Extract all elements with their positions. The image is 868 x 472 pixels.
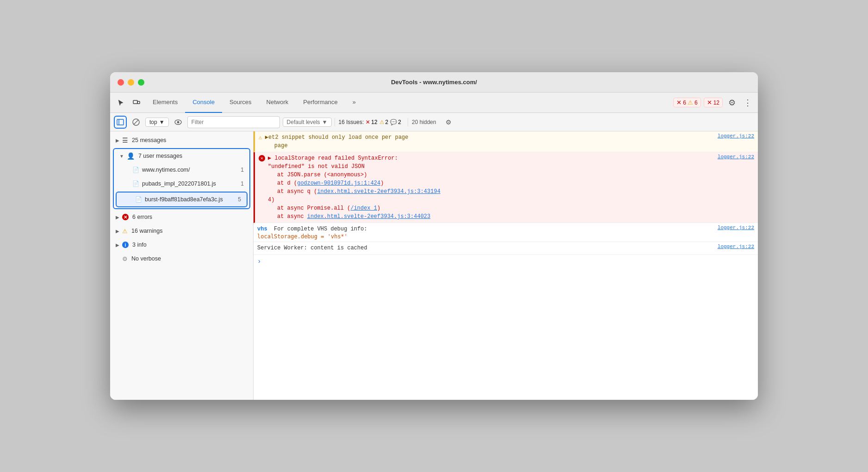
tab-sources[interactable]: Sources <box>222 93 259 113</box>
minimize-button[interactable] <box>128 79 134 86</box>
warnings-arrow-icon: ▶ <box>116 229 119 234</box>
file-icon: 📄 <box>132 167 139 173</box>
error-link-1[interactable]: godzown-9010971d.js:1:424 <box>297 180 380 186</box>
list-icon: ☰ <box>122 137 128 144</box>
levels-dropdown[interactable]: Default levels ▼ <box>283 118 332 127</box>
sidebar-messages-header[interactable]: ▶ ☰ 25 messages <box>110 133 253 147</box>
errors-arrow-icon: ▶ <box>116 215 119 220</box>
sidebar-verbose[interactable]: ▶ ⚙ No verbose <box>110 252 253 266</box>
svg-line-5 <box>134 120 138 124</box>
log-entry-vhs: vhs For complete VHS debug info: logger.… <box>254 223 758 242</box>
device-toggle-button[interactable] <box>130 96 143 110</box>
warning-continuation: page <box>265 142 754 150</box>
info-icon: i <box>122 242 129 248</box>
close-button[interactable] <box>118 79 124 86</box>
error-line-3: at d (godzown-9010971d.js:1:424) <box>268 179 754 187</box>
user-icon: 👤 <box>127 152 135 160</box>
file-icon-2: 📄 <box>132 180 139 187</box>
warning-icon: ⚠ <box>122 228 128 235</box>
eye-button[interactable] <box>172 116 185 129</box>
log-entry-error: ✕ ▶ localStorage read failed SyntaxError… <box>254 152 758 223</box>
error-icon: ✕ <box>122 214 129 221</box>
maximize-button[interactable] <box>138 79 144 86</box>
sidebar-user-messages-header[interactable]: ▼ 👤 7 user messages <box>114 149 249 163</box>
sidebar-file-nytimes[interactable]: 📄 www.nytimes.com/ 1 <box>114 163 249 177</box>
hidden-count: 20 hidden <box>408 118 440 126</box>
tab-elements[interactable]: Elements <box>145 93 185 113</box>
arrow-down-icon: ▼ <box>119 154 124 159</box>
svg-rect-0 <box>133 100 137 104</box>
error-icon: ✕ <box>259 155 265 161</box>
error-line-4: at async q (index.html.svelte-2eef3934.j… <box>268 187 754 196</box>
cursor-tool-button[interactable] <box>114 96 128 110</box>
sidebar-file-burst[interactable]: 📄 burst-f9baff81bad8ea7efa3c.js 5 <box>117 193 247 206</box>
log-entry-service-worker: Service Worker: content is cached logger… <box>254 242 758 255</box>
warning-text: ▶et2 snippet should only load once per p… <box>265 133 718 142</box>
settings-button[interactable]: ⚙ <box>725 96 738 109</box>
error-line-5: 4) <box>268 196 754 204</box>
clear-console-button[interactable] <box>130 116 143 129</box>
svg-rect-1 <box>137 101 140 104</box>
blocked-count-badge[interactable]: ✕ 12 <box>704 98 723 107</box>
devtools-window: DevTools - www.nytimes.com/ Elements Con… <box>110 72 758 400</box>
prompt-icon: › <box>257 258 261 265</box>
window-title: DevTools - www.nytimes.com/ <box>391 79 477 86</box>
sw-location[interactable]: logger.js:22 <box>718 244 754 252</box>
sw-text: Service Worker: content is cached <box>257 244 718 252</box>
svg-point-7 <box>177 121 179 123</box>
context-selector[interactable]: top ▼ <box>145 118 169 127</box>
warning-location[interactable]: logger.js:22 <box>718 133 754 142</box>
vhs-text: vhs For complete VHS debug info: <box>257 225 718 233</box>
vhs-location[interactable]: logger.js:22 <box>718 225 754 230</box>
info-arrow-icon: ▶ <box>116 242 119 248</box>
console-panel: ⚠ ▶et2 snippet should only load once per… <box>254 131 758 400</box>
sidebar-warnings[interactable]: ▶ ⚠ 16 warnings <box>110 224 253 238</box>
error-main: ▶ localStorage read failed SyntaxError: <box>268 154 718 162</box>
show-sidebar-button[interactable] <box>114 116 127 129</box>
svg-rect-2 <box>117 119 124 125</box>
sidebar-errors[interactable]: ▶ ✕ 6 errors <box>110 210 253 224</box>
toolbar-right: ✕ 6 ⚠ 6 ✕ 12 ⚙ ⋮ <box>673 96 754 109</box>
error-link-2[interactable]: index.html.svelte-2eef3934.js:3:43194 <box>317 188 440 195</box>
filter-input[interactable] <box>187 116 280 128</box>
main-content: ▶ ☰ 25 messages ▼ 👤 7 user messages 📄 ww… <box>110 131 758 400</box>
error-link-4[interactable]: index.html.svelte-2eef3934.js:3:44023 <box>307 213 430 220</box>
verbose-icon: ⚙ <box>122 255 128 262</box>
error-count-badge[interactable]: ✕ 6 ⚠ 6 <box>673 98 701 107</box>
warning-icon: ⚠ <box>259 134 262 141</box>
error-line-7: at async index.html.svelte-2eef3934.js:3… <box>268 212 754 221</box>
error-line-2: at JSON.parse (<anonymous>) <box>268 171 754 179</box>
file-icon-3: 📄 <box>135 196 142 203</box>
main-toolbar: Elements Console Sources Network Perform… <box>110 93 758 113</box>
log-entry-warning: ⚠ ▶et2 snippet should only load once per… <box>254 131 758 152</box>
arrow-icon: ▶ <box>116 138 119 143</box>
tab-network[interactable]: Network <box>259 93 296 113</box>
console-bar: top ▼ Default levels ▼ 16 Issues: ✕ 12 ⚠… <box>110 113 758 131</box>
vhs-subtext: localStorage.debug = 'vhs*' <box>257 233 754 240</box>
tab-console[interactable]: Console <box>185 93 222 113</box>
issues-bar[interactable]: 16 Issues: ✕ 12 ⚠ 2 💬 2 <box>335 118 405 126</box>
error-link-3[interactable]: /index 1 <box>350 205 377 211</box>
traffic-lights <box>118 79 144 86</box>
console-prompt[interactable]: › <box>254 255 758 268</box>
error-line-6: at async Promise.all (/index 1) <box>268 204 754 212</box>
titlebar: DevTools - www.nytimes.com/ <box>110 72 758 93</box>
tab-bar: Elements Console Sources Network Perform… <box>145 93 671 113</box>
error-line-1: "undefined" is not valid JSON <box>268 162 754 171</box>
tab-more[interactable]: » <box>345 93 363 113</box>
tab-performance[interactable]: Performance <box>296 93 345 113</box>
console-settings-button[interactable]: ⚙ <box>443 116 455 128</box>
error-location[interactable]: logger.js:22 <box>718 154 754 162</box>
sidebar-file-pubads[interactable]: 📄 pubads_impl_2022071801.js 1 <box>114 177 249 191</box>
more-button[interactable]: ⋮ <box>741 96 754 109</box>
sidebar-info[interactable]: ▶ i 3 info <box>110 238 253 252</box>
sidebar: ▶ ☰ 25 messages ▼ 👤 7 user messages 📄 ww… <box>110 131 254 400</box>
